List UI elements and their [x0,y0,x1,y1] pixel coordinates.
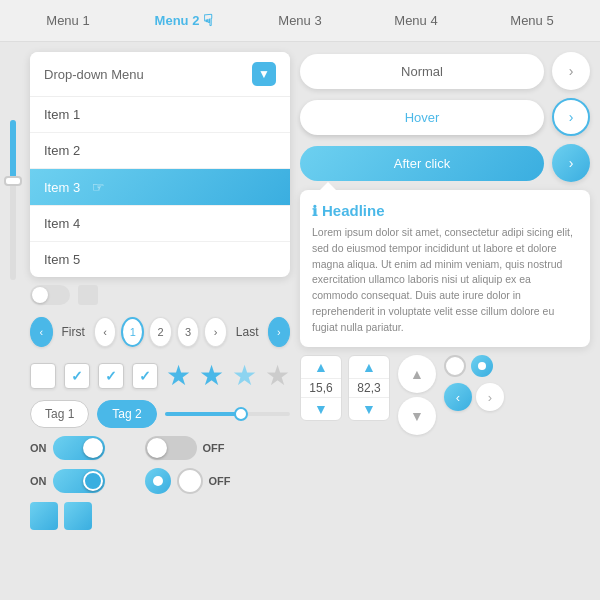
counter-2: ▲ 82,3 ▼ [348,355,390,421]
nav-arrows-group: ▲ ▼ [398,355,436,435]
main-content: Drop-down Menu ▼ Item 1 Item 2 Item 3 ☞ … [0,42,600,600]
star-2[interactable]: ★ [199,359,224,392]
counter-2-value: 82,3 [349,378,389,398]
radio-option-1[interactable] [444,355,466,377]
tag-1[interactable]: Tag 1 [30,400,89,428]
toggle-off-1: OFF [145,436,225,460]
page-prev-icon[interactable]: ‹ [30,317,53,347]
nav-menu2[interactable]: Menu 2 ☟ [126,0,242,41]
counter-2-up[interactable]: ▲ [349,356,389,378]
toggle-on-1: ON [30,436,105,460]
nav-down-btn[interactable]: ▼ [398,397,436,435]
on-label-2: ON [30,475,47,487]
star-1[interactable]: ★ [166,359,191,392]
small-square-indicator[interactable] [78,285,98,305]
counter-1-value: 15,6 [301,378,341,398]
checkbox-row: ✓ ✓ ✓ ★ ★ ★ ★ [30,359,290,392]
buttons-section: Normal › Hover › After click › [300,52,590,182]
counter-1: ▲ 15,6 ▼ [300,355,342,421]
tag-2[interactable]: Tag 2 [97,400,156,428]
tag-slider[interactable] [165,412,290,416]
hover-icon-button[interactable]: › [552,98,590,136]
btn-row-normal: Normal › [300,52,590,90]
dropdown-item-3[interactable]: Item 3 ☞ [30,169,290,206]
off-label-1: OFF [203,442,225,454]
pagination: ‹ First ‹ 1 2 3 › Last › [30,313,290,351]
radio-option-2[interactable] [471,355,493,377]
toggle-knob-on-1 [83,438,103,458]
left-slider-fill [10,120,16,184]
small-toggle-switch[interactable] [30,285,70,305]
checkbox-3[interactable]: ✓ [98,363,124,389]
blue-square-2[interactable] [64,502,92,530]
tag-slider-knob[interactable] [234,407,248,421]
btn-row-afterclick: After click › [300,144,590,182]
small-toggle-knob [32,287,48,303]
right-column: Normal › Hover › After click › ℹ Headlin… [300,52,590,590]
counter-1-up[interactable]: ▲ [301,356,341,378]
page-3[interactable]: 3 [177,317,200,347]
small-toggle-row [30,285,290,305]
toggle-on-2: ON [30,469,105,493]
afterclick-button[interactable]: After click [300,146,544,181]
left-slider-knob[interactable] [4,176,22,186]
toggle-knob-off-1 [147,438,167,458]
dropdown-item-5[interactable]: Item 5 [30,242,290,277]
left-column: Drop-down Menu ▼ Item 1 Item 2 Item 3 ☞ … [30,52,290,590]
page-2[interactable]: 2 [149,317,172,347]
first-label[interactable]: First [58,325,89,339]
toggle-track-on-2[interactable] [53,469,105,493]
dropdown-item-1[interactable]: Item 1 [30,97,290,133]
checkbox-2[interactable]: ✓ [64,363,90,389]
left-slider-track [10,120,16,280]
btn-row-hover: Hover › [300,98,590,136]
page-prev2-icon[interactable]: ‹ [94,317,117,347]
page-last-icon[interactable]: › [268,317,291,347]
page-1[interactable]: 1 [121,317,144,347]
checkbox-1[interactable] [30,363,56,389]
nav-up-btn[interactable]: ▲ [398,355,436,393]
counter-1-down[interactable]: ▼ [301,398,341,420]
page-next-icon[interactable]: › [204,317,227,347]
counter-2-down[interactable]: ▼ [349,398,389,420]
dropdown-item-2[interactable]: Item 2 [30,133,290,169]
prev-btn[interactable]: ‹ [444,383,472,411]
left-vertical-slider[interactable] [10,120,16,280]
prev-next-row: ‹ › [444,383,504,411]
dropdown-item-4[interactable]: Item 4 [30,206,290,242]
tags-row: Tag 1 Tag 2 [30,400,290,428]
star-4[interactable]: ★ [265,359,290,392]
last-label[interactable]: Last [232,325,263,339]
nav-menu4[interactable]: Menu 4 [358,0,474,41]
info-icon: ℹ [312,203,317,219]
blue-square-1[interactable] [30,502,58,530]
top-navigation: Menu 1 Menu 2 ☟ Menu 3 Menu 4 Menu 5 [0,0,600,42]
blue-squares [30,502,290,530]
card-headline: ℹ Headline [312,202,578,219]
info-card: ℹ Headline Lorem ipsum dolor sit amet, c… [300,190,590,347]
nav-menu1[interactable]: Menu 1 [10,0,126,41]
dropdown-header[interactable]: Drop-down Menu ▼ [30,52,290,97]
normal-icon-button[interactable]: › [552,52,590,90]
checkbox-4[interactable]: ✓ [132,363,158,389]
radio-filled-blue[interactable] [145,468,171,494]
radio-empty[interactable] [177,468,203,494]
counters-group: ▲ 15,6 ▼ ▲ 82,3 ▼ [300,355,390,421]
toggle-track-off-1[interactable] [145,436,197,460]
toggle-off-2: OFF [145,468,231,494]
normal-button[interactable]: Normal [300,54,544,89]
dropdown-menu: Drop-down Menu ▼ Item 1 Item 2 Item 3 ☞ … [30,52,290,277]
hover-button[interactable]: Hover [300,100,544,135]
afterclick-icon-button[interactable]: › [552,144,590,182]
toggle-row-2: ON OFF [30,468,290,494]
nav-menu3[interactable]: Menu 3 [242,0,358,41]
dropdown-arrow-icon[interactable]: ▼ [252,62,276,86]
radio-group: ‹ › [444,355,504,411]
toggle-row-1: ON OFF [30,436,290,460]
star-3[interactable]: ★ [232,359,257,392]
next-btn[interactable]: › [476,383,504,411]
bottom-right-section: ▲ 15,6 ▼ ▲ 82,3 ▼ ▲ ▼ [300,355,590,435]
nav-menu5[interactable]: Menu 5 [474,0,590,41]
tag-slider-fill [165,412,240,416]
toggle-track-on-1[interactable] [53,436,105,460]
